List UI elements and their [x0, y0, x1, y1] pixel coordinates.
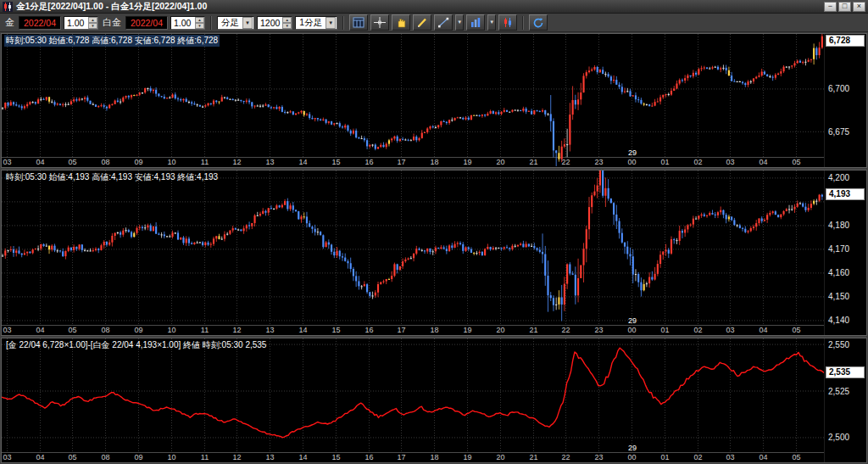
svg-text:19: 19 — [463, 326, 471, 334]
spread-gold-minus-platinum-svg[interactable]: 0304050809101112131415161718192021222300… — [2, 338, 824, 462]
spread-line-panel: [金 22/04 6,728×1.00]-[白金 22/04 4,193×1.0… — [1, 338, 867, 463]
timeframe-dropdown[interactable]: 1分足 ▼ — [295, 16, 337, 30]
window-controls: − □ × — [824, 2, 865, 12]
svg-text:18: 18 — [430, 158, 438, 166]
gold-info-line: 時刻:05:30 始値:6,728 高値:6,728 安値:6,728 終値:6… — [4, 35, 220, 47]
svg-text:10: 10 — [167, 453, 175, 461]
spinner-down-icon[interactable]: ▼ — [195, 23, 204, 29]
y-axis-label: 6,675 — [828, 127, 849, 137]
close-button[interactable]: × — [853, 2, 865, 12]
platinum-label: 白金 — [103, 16, 121, 29]
refresh-icon — [532, 17, 544, 28]
current-price-box: 6,728 — [826, 35, 865, 47]
bar-chart-button[interactable] — [466, 14, 485, 31]
gold-month-field[interactable]: 2022/04 — [19, 16, 61, 30]
svg-text:01: 01 — [660, 158, 669, 166]
svg-text:23: 23 — [594, 326, 603, 334]
svg-text:23: 23 — [594, 453, 603, 461]
svg-text:11: 11 — [201, 158, 209, 166]
svg-text:23: 23 — [594, 158, 603, 166]
toolbar: 金 2022/04 1.00 ▲ ▼ 白金 2022/04 1.00 ▲ ▼ 分… — [0, 14, 868, 32]
svg-text:10: 10 — [167, 326, 175, 334]
svg-text:21: 21 — [529, 326, 537, 334]
crosshair-button[interactable] — [370, 14, 389, 31]
chart-window-button[interactable] — [349, 14, 368, 31]
svg-text:13: 13 — [265, 326, 274, 334]
svg-text:09: 09 — [134, 326, 142, 334]
bar-count-stepper[interactable]: 1200 ▲ ▼ — [257, 16, 292, 30]
svg-text:22: 22 — [561, 158, 570, 166]
period-dropdown[interactable]: 分足 ▼ — [217, 16, 254, 30]
bar-chart-dropdown-icon[interactable]: ▼ — [487, 14, 496, 31]
svg-text:17: 17 — [397, 326, 405, 334]
svg-text:15: 15 — [331, 326, 340, 334]
svg-text:09: 09 — [134, 158, 142, 166]
svg-text:20: 20 — [496, 453, 504, 461]
pencil-tool-button[interactable] — [413, 14, 431, 31]
svg-text:29: 29 — [628, 148, 637, 157]
svg-text:08: 08 — [101, 326, 109, 334]
spinner-up-icon[interactable]: ▲ — [195, 17, 204, 23]
svg-text:04: 04 — [759, 326, 767, 334]
svg-text:01: 01 — [660, 326, 669, 334]
svg-text:13: 13 — [265, 453, 274, 461]
platinum-candlestick-panel: 時刻:05:30 始値:4,193 高値:4,193 安値:4,193 終値:4… — [1, 170, 867, 336]
svg-text:22: 22 — [561, 326, 570, 334]
svg-text:16: 16 — [364, 326, 373, 334]
svg-text:21: 21 — [529, 453, 537, 461]
trendline-dropdown-icon[interactable]: ▼ — [455, 14, 464, 31]
svg-text:00: 00 — [627, 453, 636, 461]
svg-text:17: 17 — [397, 158, 405, 166]
restore-button[interactable]: □ — [838, 2, 851, 12]
spinner-up-icon[interactable]: ▲ — [282, 17, 292, 23]
spread-plot[interactable]: [金 22/04 6,728×1.00]-[白金 22/04 4,193×1.0… — [2, 338, 824, 462]
toolbar-separator — [342, 16, 344, 30]
platinum-1min-svg[interactable]: 0304050809101112131415161718192021222300… — [2, 171, 824, 335]
svg-text:12: 12 — [232, 453, 241, 461]
chevron-down-icon[interactable]: ▼ — [326, 17, 336, 29]
gold-1min-svg[interactable]: 0304050809101112131415161718192021222300… — [2, 34, 824, 167]
refresh-button[interactable] — [529, 14, 548, 31]
gold-candlestick-panel: 時刻:05:30 始値:6,728 高値:6,728 安値:6,728 終値:6… — [1, 33, 867, 168]
platinum-multiplier-value: 1.00 — [171, 17, 195, 29]
svg-text:19: 19 — [463, 158, 471, 166]
gold-plot[interactable]: 時刻:05:30 始値:6,728 高値:6,728 安値:6,728 終値:6… — [2, 34, 824, 167]
chevron-down-icon[interactable]: ▼ — [242, 17, 253, 29]
candlestick-style-button[interactable] — [498, 14, 517, 31]
svg-text:02: 02 — [693, 326, 702, 334]
svg-text:01: 01 — [660, 453, 669, 461]
svg-text:03: 03 — [726, 326, 734, 334]
svg-text:14: 14 — [298, 453, 307, 461]
y-axis-label: 4,140 — [828, 316, 849, 325]
platinum-plot[interactable]: 時刻:05:30 始値:4,193 高値:4,193 安値:4,193 終値:4… — [2, 171, 824, 335]
platinum-multiplier-stepper[interactable]: 1.00 ▲ ▼ — [170, 16, 205, 30]
bar-count-value: 1200 — [258, 17, 282, 29]
svg-text:03: 03 — [726, 158, 734, 166]
trendline-tool-button[interactable] — [434, 14, 453, 31]
spinner-down-icon[interactable]: ▼ — [282, 23, 292, 29]
spinner-up-icon[interactable]: ▲ — [88, 17, 97, 23]
spinner-down-icon[interactable]: ▼ — [88, 23, 97, 29]
bar-chart-icon — [470, 17, 481, 28]
app-icon — [3, 2, 13, 12]
platinum-month-field[interactable]: 2022/04 — [125, 16, 168, 30]
svg-text:08: 08 — [101, 158, 109, 166]
hand-tool-button[interactable] — [392, 14, 410, 31]
svg-text:03: 03 — [3, 326, 11, 334]
y-axis-label: 2,525 — [828, 387, 849, 396]
current-price-box: 4,193 — [826, 188, 865, 200]
svg-text:16: 16 — [364, 158, 373, 166]
svg-text:11: 11 — [201, 453, 209, 461]
svg-text:09: 09 — [134, 453, 142, 461]
svg-text:22: 22 — [561, 453, 570, 461]
pencil-icon — [416, 17, 428, 28]
svg-text:15: 15 — [331, 453, 340, 461]
gold-multiplier-stepper[interactable]: 1.00 ▲ ▼ — [64, 16, 98, 30]
svg-text:19: 19 — [463, 453, 471, 461]
period-dropdown-value: 分足 — [221, 17, 239, 29]
chart-area: 時刻:05:30 始値:6,728 高値:6,728 安値:6,728 終値:6… — [0, 32, 868, 464]
platinum-info-line: 時刻:05:30 始値:4,193 高値:4,193 安値:4,193 終値:4… — [4, 171, 220, 183]
gold-label: 金 — [5, 16, 14, 29]
svg-text:14: 14 — [298, 158, 307, 166]
minimize-button[interactable]: − — [824, 2, 837, 12]
